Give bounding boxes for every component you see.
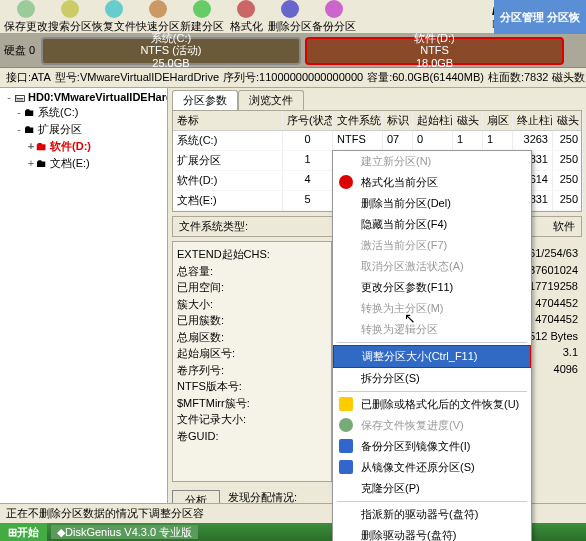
partition-box-d[interactable]: 软件(D:)NTFS18.0GB xyxy=(305,37,565,65)
save-changes-button[interactable]: 保存更改 xyxy=(4,0,48,34)
save-icon xyxy=(339,418,353,432)
tree-item[interactable]: +🖿 软件(D:) xyxy=(2,138,165,155)
ctx-change-params[interactable]: 更改分区参数(F11) xyxy=(333,277,531,298)
disk-info-bar: 接口:ATA型号:VMwareVirtualIDEHardDrive序列号:11… xyxy=(0,68,586,88)
tree-root[interactable]: -🖴 HD0:VMwareVirtualIDEHardD xyxy=(2,90,165,104)
restore-icon xyxy=(339,460,353,474)
partition-row[interactable]: 系统(C:)0NTFS070113263250 xyxy=(173,131,581,151)
ctx-remove-letter[interactable]: 删除驱动器号(盘符) xyxy=(333,525,531,541)
ctx-deactivate[interactable]: 取消分区激活状态(A) xyxy=(333,256,531,277)
ctx-restore-image[interactable]: 从镜像文件还原分区(S) xyxy=(333,457,531,478)
device-tree[interactable]: -🖴 HD0:VMwareVirtualIDEHardD -🖿 系统(C:)-🖿… xyxy=(0,88,168,508)
search-partition-button[interactable]: 搜索分区 xyxy=(48,0,92,34)
ctx-to-primary[interactable]: 转换为主分区(M) xyxy=(333,298,531,319)
tree-item[interactable]: +🖿 文档(E:) xyxy=(2,155,165,172)
start-button[interactable]: ⊞ 开始 xyxy=(0,523,47,541)
tab-browse-files[interactable]: 浏览文件 xyxy=(238,90,304,110)
ctx-save-progress[interactable]: 保存文件恢复进度(V) xyxy=(333,415,531,436)
backup-icon xyxy=(339,439,353,453)
ctx-assign-letter[interactable]: 指派新的驱动器号(盘符) xyxy=(333,504,531,525)
ctx-format[interactable]: 格式化当前分区 xyxy=(333,172,531,193)
tree-item[interactable]: -🖿 扩展分区 xyxy=(2,121,165,138)
format-icon xyxy=(339,175,353,189)
context-menu: 建立新分区(N) 格式化当前分区 删除当前分区(Del) 隐藏当前分区(F4) … xyxy=(332,150,532,541)
ctx-resize[interactable]: 调整分区大小(Ctrl_F11) xyxy=(333,345,531,368)
ctx-recover-files[interactable]: 已删除或格式化后的文件恢复(U) xyxy=(333,394,531,415)
ctx-new-partition[interactable]: 建立新分区(N) xyxy=(333,151,531,172)
ctx-hide[interactable]: 隐藏当前分区(F4) xyxy=(333,214,531,235)
backup-partition-button[interactable]: 备份分区 xyxy=(312,0,356,34)
partition-map[interactable]: 系统(C:)NTFS (活动)25.0GB 软件(D:)NTFS18.0GB xyxy=(41,37,582,65)
tab-partition-params[interactable]: 分区参数 xyxy=(172,90,238,110)
ctx-activate[interactable]: 激活当前分区(F7) xyxy=(333,235,531,256)
taskbar-app[interactable]: ◆ DiskGenius V4.3.0 专业版 xyxy=(51,525,198,539)
disk-label: 硬盘 0 xyxy=(4,43,35,58)
partition-box-c[interactable]: 系统(C:)NTFS (活动)25.0GB xyxy=(41,37,301,65)
ctx-split[interactable]: 拆分分区(S) xyxy=(333,368,531,389)
plus-icon xyxy=(339,154,353,168)
tab-strip: 分区参数 浏览文件 xyxy=(168,88,586,110)
side-banner: 分区管理 分区恢 xyxy=(494,0,586,34)
ctx-clone[interactable]: 克隆分区(P) xyxy=(333,478,531,499)
new-partition-button[interactable]: 新建分区 xyxy=(180,0,224,34)
disk-bar: 硬盘 0 系统(C:)NTFS (活动)25.0GB 软件(D:)NTFS18.… xyxy=(0,34,586,68)
ctx-to-logical[interactable]: 转换为逻辑分区 xyxy=(333,319,531,340)
format-button[interactable]: 格式化 xyxy=(224,0,268,34)
tree-item[interactable]: -🖿 系统(C:) xyxy=(2,104,165,121)
fs-type-label: 文件系统类型: xyxy=(179,219,248,234)
restore-file-button[interactable]: 恢复文件 xyxy=(92,0,136,34)
ctx-backup-image[interactable]: 备份分区到镜像文件(I) xyxy=(333,436,531,457)
folder-icon xyxy=(339,397,353,411)
ctx-delete[interactable]: 删除当前分区(Del) xyxy=(333,193,531,214)
fs-type-value: 软件 xyxy=(553,219,575,234)
delete-partition-button[interactable]: 删除分区 xyxy=(268,0,312,34)
quick-partition-button[interactable]: 快速分区 xyxy=(136,0,180,34)
